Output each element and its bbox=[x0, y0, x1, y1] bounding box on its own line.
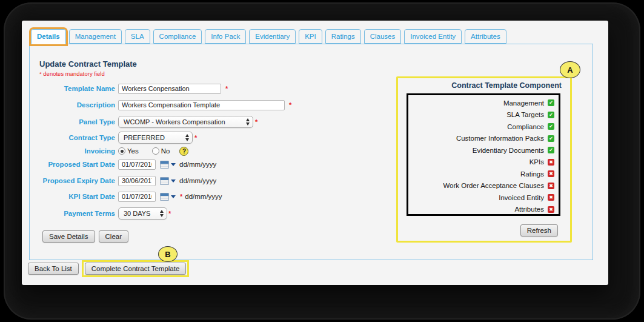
calendar-icon bbox=[160, 161, 169, 169]
status-cross-icon: ✖ bbox=[548, 194, 554, 201]
component-row: Management ✔ bbox=[408, 97, 559, 109]
callout-b: B bbox=[158, 246, 178, 262]
invoicing-label: Invoicing bbox=[30, 147, 115, 155]
footer-actions: Back To List Complete Contract Template bbox=[28, 260, 189, 277]
date-format-hint: dd/mm/yyyy bbox=[185, 193, 222, 200]
calendar-picker-icon[interactable] bbox=[160, 161, 176, 169]
tab-attributes[interactable]: Attributes bbox=[465, 29, 506, 44]
date-format-hint: dd/mm/yyyy bbox=[179, 161, 216, 168]
component-row: SLA Targets ✔ bbox=[408, 109, 559, 121]
component-row: Work Order Acceptance Clauses ✖ bbox=[408, 180, 559, 192]
component-label: Attributes bbox=[514, 206, 544, 213]
kpi-start-date-label: KPI Start Date bbox=[30, 193, 115, 200]
proposed-start-date-input[interactable] bbox=[118, 159, 156, 170]
field-contract-type: Contract Type PREFERRED * bbox=[30, 132, 417, 144]
complete-contract-template-button[interactable]: Complete Contract Template bbox=[85, 263, 187, 275]
component-label: Compliance bbox=[507, 123, 544, 130]
tab-evidentiary[interactable]: Evidentiary bbox=[249, 29, 296, 44]
calendar-icon bbox=[160, 193, 169, 201]
panel-type-value: WCOMP - Workers Compensation bbox=[124, 118, 225, 126]
component-row: KPIs ✖ bbox=[408, 156, 559, 169]
required-marker: * bbox=[225, 85, 228, 92]
invoicing-yes-radio[interactable] bbox=[118, 147, 125, 155]
contract-type-select[interactable]: PREFERRED bbox=[118, 132, 193, 144]
calendar-dropdown-icon bbox=[171, 179, 176, 183]
field-payment-terms: Payment Terms 30 DAYS * bbox=[30, 207, 417, 220]
component-row: Customer Information Packs ✔ bbox=[408, 133, 559, 145]
required-marker: * bbox=[194, 134, 197, 141]
description-input[interactable] bbox=[118, 100, 285, 110]
payment-terms-value: 30 DAYS bbox=[124, 210, 150, 217]
status-check-icon: ✔ bbox=[548, 112, 554, 118]
tab-info-pack[interactable]: Info Pack bbox=[205, 29, 246, 44]
tab-invoiced-entity[interactable]: Invoiced Entity bbox=[404, 29, 462, 44]
calendar-dropdown-icon bbox=[171, 163, 176, 166]
component-row: Attributes ✖ bbox=[408, 204, 559, 216]
proposed-start-date-label: Proposed Start Date bbox=[30, 161, 115, 168]
field-invoicing: Invoicing Yes No ? bbox=[30, 147, 417, 155]
required-marker: * bbox=[168, 210, 171, 217]
calendar-picker-icon[interactable] bbox=[160, 193, 176, 201]
template-name-input[interactable] bbox=[118, 84, 221, 94]
status-check-icon: ✔ bbox=[548, 135, 554, 142]
component-label: Evidentiary Documents bbox=[473, 147, 544, 154]
contract-form: Template Name * Description * Panel Type bbox=[30, 83, 417, 243]
calendar-picker-icon[interactable] bbox=[160, 177, 176, 185]
date-format-hint: dd/mm/yyyy bbox=[179, 177, 216, 184]
description-label: Description bbox=[30, 101, 115, 109]
field-proposed-expiry-date: Proposed Expiry Date dd/mm/yyyy bbox=[30, 175, 417, 186]
contract-type-label: Contract Type bbox=[30, 134, 115, 141]
tab-kpi[interactable]: KPI bbox=[299, 29, 322, 44]
tab-compliance[interactable]: Compliance bbox=[153, 29, 202, 44]
proposed-expiry-date-label: Proposed Expiry Date bbox=[30, 177, 115, 184]
payment-terms-select[interactable]: 30 DAYS bbox=[118, 207, 167, 220]
stepper-arrows-icon bbox=[185, 134, 189, 141]
status-check-icon: ✔ bbox=[548, 99, 554, 106]
calendar-dropdown-icon bbox=[171, 195, 176, 198]
clear-button[interactable]: Clear bbox=[99, 230, 128, 243]
status-cross-icon: ✖ bbox=[548, 170, 554, 177]
payment-terms-label: Payment Terms bbox=[30, 210, 115, 217]
field-panel-type: Panel Type WCOMP - Workers Compensation … bbox=[30, 116, 417, 128]
component-label: Invoiced Entity bbox=[499, 194, 544, 201]
complete-button-highlight: Complete Contract Template bbox=[82, 260, 190, 277]
field-template-name: Template Name * bbox=[30, 83, 417, 94]
component-panel-highlight: Contract Template Component Management ✔… bbox=[396, 76, 572, 243]
panel-type-select[interactable]: WCOMP - Workers Compensation bbox=[118, 116, 253, 128]
back-to-list-button[interactable]: Back To List bbox=[28, 263, 79, 275]
status-cross-icon: ✖ bbox=[548, 183, 554, 189]
tab-bar: Details Management SLA Compliance Info P… bbox=[31, 29, 506, 44]
component-row: Compliance ✔ bbox=[408, 121, 559, 133]
kpi-start-date-input[interactable] bbox=[118, 192, 156, 202]
tab-ratings[interactable]: Ratings bbox=[325, 29, 361, 44]
stepper-arrows-icon bbox=[246, 118, 250, 126]
required-marker: * bbox=[180, 193, 182, 200]
proposed-expiry-date-input[interactable] bbox=[118, 176, 156, 186]
panel-type-label: Panel Type bbox=[30, 118, 115, 126]
page-title: Update Contract Template bbox=[39, 59, 137, 69]
tab-clauses[interactable]: Clauses bbox=[364, 29, 402, 44]
field-kpi-start-date: KPI Start Date * dd/mm/yyyy bbox=[30, 191, 417, 202]
help-icon[interactable]: ? bbox=[179, 147, 188, 156]
stepper-arrows-icon bbox=[160, 210, 164, 217]
save-details-button[interactable]: Save Details bbox=[42, 230, 95, 243]
component-label: Work Order Acceptance Clauses bbox=[443, 182, 544, 189]
component-row: Invoiced Entity ✖ bbox=[408, 192, 559, 204]
tab-management[interactable]: Management bbox=[69, 29, 122, 44]
invoicing-no-label: No bbox=[161, 147, 170, 155]
invoicing-no-radio[interactable] bbox=[152, 147, 159, 155]
component-label: SLA Targets bbox=[506, 111, 544, 118]
contract-type-value: PREFERRED bbox=[124, 134, 165, 141]
device-frame: Details Management SLA Compliance Info P… bbox=[4, 2, 640, 320]
tab-details[interactable]: Details bbox=[31, 29, 66, 44]
refresh-button[interactable]: Refresh bbox=[520, 224, 558, 236]
component-label: Ratings bbox=[520, 170, 544, 178]
required-marker: * bbox=[255, 118, 257, 126]
required-marker: * bbox=[289, 101, 291, 109]
component-status-box: Management ✔ SLA Targets ✔ Compliance ✔ … bbox=[407, 93, 560, 216]
component-panel-title: Contract Template Component bbox=[451, 81, 562, 90]
tab-sla[interactable]: SLA bbox=[125, 29, 150, 44]
field-proposed-start-date: Proposed Start Date dd/mm/yyyy bbox=[30, 159, 417, 170]
component-row: Ratings ✖ bbox=[408, 168, 559, 180]
component-row: Evidentiary Documents ✔ bbox=[408, 144, 559, 156]
